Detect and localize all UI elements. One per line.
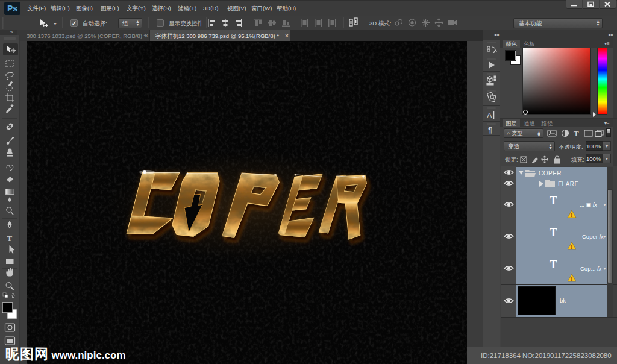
svg-text:!: ! bbox=[571, 244, 573, 250]
svg-text:T: T bbox=[7, 234, 13, 243]
svg-text:¶: ¶ bbox=[488, 125, 492, 134]
svg-text:T: T bbox=[574, 129, 579, 138]
svg-text:COPER: COPER bbox=[539, 170, 562, 177]
svg-text:FLARE: FLARE bbox=[558, 181, 579, 187]
svg-text:!: ! bbox=[571, 212, 573, 218]
svg-text:A: A bbox=[487, 111, 492, 120]
svg-text:!: ! bbox=[571, 276, 573, 282]
